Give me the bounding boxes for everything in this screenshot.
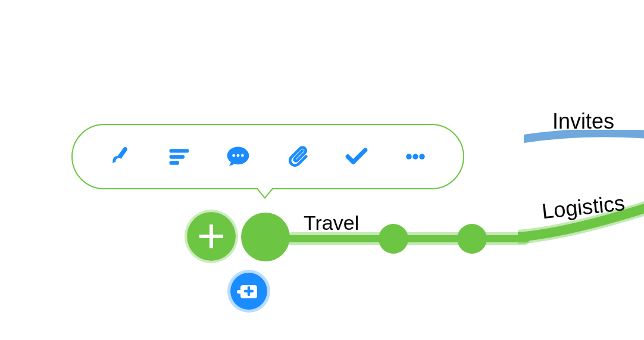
svg-rect-0 (169, 149, 189, 152)
svg-rect-1 (169, 155, 185, 158)
task-icon[interactable] (342, 142, 371, 171)
svg-point-8 (420, 154, 426, 160)
add-node-button[interactable] (185, 210, 238, 263)
child-node-1[interactable] (379, 224, 408, 254)
svg-point-4 (237, 154, 240, 157)
child-node-2[interactable] (457, 224, 487, 254)
svg-point-7 (413, 154, 419, 160)
attach-icon[interactable] (283, 142, 312, 171)
notes-icon[interactable] (165, 142, 193, 171)
node-label-travel[interactable]: Travel (304, 211, 359, 235)
svg-point-5 (241, 154, 244, 157)
svg-point-6 (407, 154, 412, 160)
invites-connector (524, 130, 644, 148)
add-media-button[interactable] (227, 270, 270, 313)
toolbar-pointer-inner (257, 188, 273, 197)
selected-node[interactable] (241, 213, 290, 261)
svg-point-3 (233, 154, 236, 157)
node-toolbar (71, 124, 464, 189)
style-icon[interactable] (106, 142, 135, 171)
svg-rect-10 (237, 290, 242, 294)
comment-icon[interactable] (224, 142, 252, 171)
more-icon[interactable] (401, 142, 430, 171)
svg-rect-2 (169, 161, 179, 164)
